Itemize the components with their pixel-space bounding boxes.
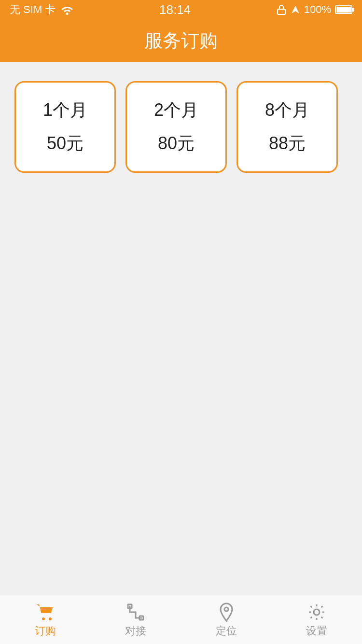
location-arrow-icon [291, 5, 300, 14]
main-content: 1个月50元2个月80元8个月88元 [0, 62, 362, 596]
page-header: 服务订购 [0, 19, 362, 62]
plan-price: 50元 [47, 132, 84, 155]
tab-location-label: 定位 [216, 624, 237, 638]
tab-settings-label: 设置 [306, 624, 327, 638]
carrier-label: 无 SIM 卡 [10, 2, 56, 17]
status-bar: 无 SIM 卡 18:14 100% [0, 0, 362, 19]
plan-price: 88元 [269, 132, 306, 155]
gear-icon [307, 602, 326, 622]
status-right: 100% [276, 3, 352, 16]
battery-icon [335, 5, 352, 14]
battery-percent: 100% [304, 3, 331, 16]
svg-point-6 [224, 607, 228, 611]
plans-grid: 1个月50元2个月80元8个月88元 [14, 81, 348, 173]
plan-duration: 1个月 [43, 98, 87, 122]
tab-connect[interactable]: 对接 [91, 596, 181, 644]
svg-point-2 [42, 617, 45, 620]
svg-rect-0 [278, 9, 285, 14]
tab-connect-label: 对接 [125, 624, 146, 638]
page-title: 服务订购 [144, 28, 218, 53]
plan-duration: 8个月 [265, 98, 309, 122]
svg-marker-1 [292, 6, 299, 14]
plan-price: 80元 [158, 132, 195, 155]
status-left: 无 SIM 卡 [10, 2, 74, 17]
tab-location[interactable]: 定位 [181, 596, 272, 644]
tab-bar: 订购 对接 定位 设置 [0, 596, 362, 644]
cart-icon [36, 602, 55, 622]
plan-card-2[interactable]: 8个月88元 [237, 81, 338, 173]
connect-icon [126, 602, 145, 622]
plan-card-0[interactable]: 1个月50元 [14, 81, 116, 173]
wifi-icon [60, 5, 74, 14]
plan-duration: 2个月 [154, 98, 198, 122]
svg-point-7 [314, 609, 320, 615]
svg-point-3 [49, 617, 52, 620]
tab-order-label: 订购 [35, 624, 56, 638]
plan-card-1[interactable]: 2个月80元 [125, 81, 227, 173]
tab-settings[interactable]: 设置 [272, 596, 362, 644]
lock-icon [276, 4, 287, 15]
tab-order[interactable]: 订购 [0, 596, 91, 644]
location-pin-icon [217, 602, 236, 622]
status-time: 18:14 [159, 2, 191, 17]
